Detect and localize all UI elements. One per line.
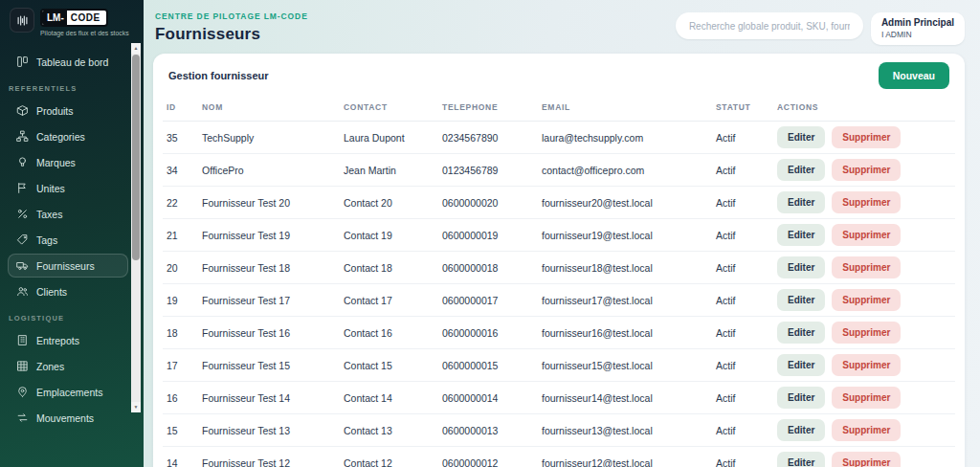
sidebar-item-clients[interactable]: Clients [8, 279, 128, 303]
sidebar-item-label: Fournisseurs [36, 260, 95, 272]
card-title: Gestion fournisseur [168, 70, 269, 81]
sidebar-item-label: Clients [36, 286, 67, 298]
cell-email: fournisseur14@test.local [538, 382, 712, 414]
delete-button[interactable]: Supprimer [832, 126, 901, 148]
cell-email: fournisseur13@test.local [538, 414, 712, 447]
cell-telephone: 0234567890 [438, 122, 538, 154]
sidebar-item-label: Mouvements [36, 412, 94, 424]
table-row: 16 Fournisseur Test 14 Contact 14 060000… [163, 382, 955, 414]
cell-statut: Actif [712, 284, 773, 317]
user-card[interactable]: Admin Principal I ADMIN [871, 12, 965, 45]
nav-section-label: LOGISTIQUE [9, 314, 128, 322]
scrollbar-track[interactable] [131, 261, 141, 402]
delete-button[interactable]: Supprimer [832, 452, 901, 467]
scrollbar-thumb[interactable] [132, 55, 140, 260]
cell-id: 21 [163, 219, 198, 252]
edit-button[interactable]: Editer [777, 224, 825, 246]
cell-id: 17 [163, 349, 198, 382]
cell-telephone: 0600000016 [438, 317, 538, 349]
delete-button[interactable]: Supprimer [832, 354, 901, 376]
sidebar-item-unites[interactable]: Unites [8, 176, 128, 200]
delete-button[interactable]: Supprimer [832, 419, 901, 441]
cell-telephone: 0600000013 [438, 414, 538, 447]
edit-button[interactable]: Editer [777, 126, 825, 148]
edit-button[interactable]: Editer [777, 256, 825, 278]
cell-actions: EditerSupprimer [773, 219, 955, 252]
users-icon [16, 285, 29, 298]
table-row: 20 Fournisseur Test 18 Contact 18 060000… [163, 252, 955, 284]
lightbulb-icon [16, 156, 29, 168]
top-bar-actions: Admin Principal I ADMIN [676, 12, 965, 45]
sidebar-item-fournisseurs[interactable]: Fournisseurs [8, 254, 128, 278]
cell-contact: Jean Martin [340, 154, 438, 187]
cell-telephone: 0600000019 [438, 219, 538, 252]
cell-actions: EditerSupprimer [773, 317, 955, 349]
new-supplier-button[interactable]: Nouveau [879, 62, 949, 89]
sidebar-nav: Tableau de bordREFERENTIELSProduitsCateg… [0, 46, 128, 444]
sidebar-item-label: Marques [36, 157, 76, 168]
table-row: 22 Fournisseur Test 20 Contact 20 060000… [163, 187, 955, 219]
sidebar-item-taxes[interactable]: Taxes [8, 202, 128, 226]
percent-icon [16, 208, 29, 220]
edit-button[interactable]: Editer [777, 322, 825, 344]
cell-email: fournisseur17@test.local [538, 284, 712, 317]
delete-button[interactable]: Supprimer [832, 256, 901, 278]
cell-actions: EditerSupprimer [773, 122, 955, 154]
sidebar-scrollbar[interactable]: ▲ ▼ [131, 43, 141, 412]
table-row: 18 Fournisseur Test 16 Contact 16 060000… [163, 317, 955, 349]
cell-nom: Fournisseur Test 19 [198, 219, 340, 252]
sidebar-item-produits[interactable]: Produits [8, 99, 128, 122]
cell-email: contact@officepro.com [538, 154, 712, 187]
edit-button[interactable]: Editer [777, 387, 825, 409]
delete-button[interactable]: Supprimer [832, 289, 901, 311]
cell-telephone: 0600000018 [438, 252, 538, 284]
scroll-down-icon[interactable]: ▼ [131, 402, 141, 412]
delete-button[interactable]: Supprimer [832, 159, 901, 181]
top-bar: CENTRE DE PILOTAGE LM-CODE Fournisseurs … [153, 10, 965, 54]
user-role: I ADMIN [881, 30, 954, 39]
cell-contact: Contact 19 [340, 219, 438, 252]
user-name: Admin Principal [881, 17, 954, 28]
cell-nom: Fournisseur Test 20 [198, 187, 340, 219]
cell-actions: EditerSupprimer [773, 414, 955, 447]
cell-contact: Contact 18 [340, 252, 438, 284]
sidebar-item-emplacements[interactable]: Emplacements [8, 380, 128, 404]
edit-button[interactable]: Editer [777, 452, 825, 467]
table-row: 17 Fournisseur Test 15 Contact 15 060000… [163, 349, 955, 382]
column-header-actions: ACTIONS [773, 96, 955, 122]
delete-button[interactable]: Supprimer [832, 322, 901, 344]
edit-button[interactable]: Editer [777, 419, 825, 441]
global-search-input[interactable] [676, 12, 863, 39]
delete-button[interactable]: Supprimer [832, 224, 901, 246]
cell-statut: Actif [712, 219, 773, 252]
sidebar-item-entrepots[interactable]: Entrepots [8, 328, 128, 352]
cell-id: 22 [163, 187, 198, 219]
page-heading: CENTRE DE PILOTAGE LM-CODE Fournisseurs [155, 11, 308, 44]
scroll-up-icon[interactable]: ▲ [131, 43, 141, 54]
edit-button[interactable]: Editer [777, 191, 825, 213]
delete-button[interactable]: Supprimer [832, 191, 901, 213]
sidebar-item-label: Unites [36, 183, 65, 194]
cell-actions: EditerSupprimer [773, 252, 955, 284]
cell-statut: Actif [712, 317, 773, 349]
brand-wordmark: LM-CODE Pilotage des flux et des stocks [40, 8, 129, 36]
cell-nom: OfficePro [198, 154, 340, 187]
table-row: 35 TechSupply Laura Dupont 0234567890 la… [163, 122, 955, 154]
sidebar-item-tags[interactable]: Tags [8, 228, 128, 252]
column-header-email: EMAIL [538, 96, 712, 122]
sidebar-item-label: Categories [36, 131, 85, 143]
sidebar-item-categories[interactable]: Categories [8, 124, 128, 148]
cell-id: 14 [163, 447, 198, 467]
cell-telephone: 0600000020 [438, 187, 538, 219]
delete-button[interactable]: Supprimer [832, 387, 901, 409]
edit-button[interactable]: Editer [777, 354, 825, 376]
sidebar-item-zones[interactable]: Zones [8, 354, 128, 378]
cell-telephone: 0600000015 [438, 349, 538, 382]
sidebar-item-tableau-de-bord[interactable]: Tableau de bord [8, 50, 128, 74]
edit-button[interactable]: Editer [777, 289, 825, 311]
edit-button[interactable]: Editer [777, 159, 825, 181]
package-icon [16, 104, 29, 117]
breadcrumb-eyebrow: CENTRE DE PILOTAGE LM-CODE [155, 11, 308, 21]
sidebar-item-marques[interactable]: Marques [8, 150, 128, 174]
sidebar-item-mouvements[interactable]: Mouvements [8, 406, 128, 430]
